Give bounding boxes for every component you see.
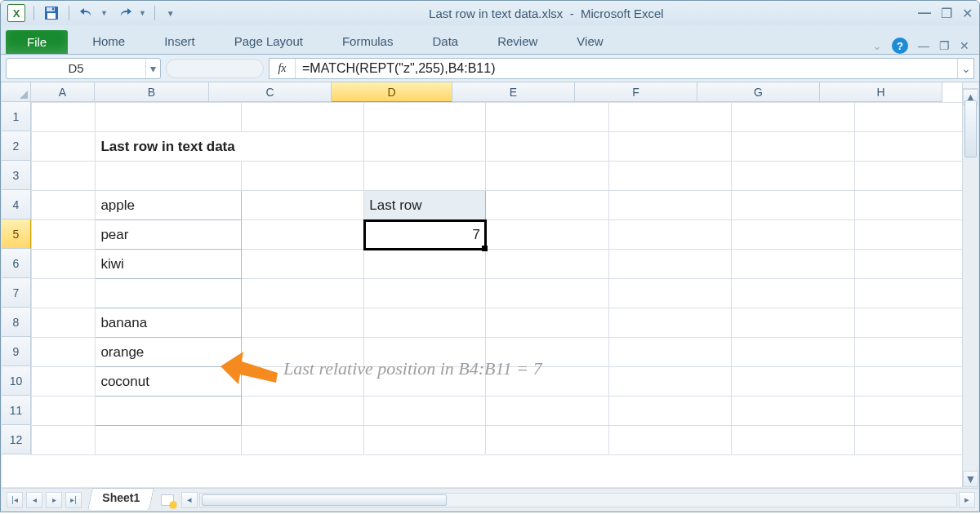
sheet-tab-active[interactable]: Sheet1: [87, 488, 154, 510]
cell-D5[interactable]: 7: [364, 220, 486, 250]
cell-E2[interactable]: [486, 132, 609, 162]
cell-G2[interactable]: [732, 132, 855, 162]
cell-E7[interactable]: [486, 279, 609, 308]
cell-D12[interactable]: [364, 426, 486, 455]
cell-H10[interactable]: [855, 367, 978, 397]
cell-D1[interactable]: [364, 103, 486, 132]
redo-icon[interactable]: [116, 4, 134, 22]
cell-D6[interactable]: [364, 250, 486, 279]
cell-C7[interactable]: [241, 279, 364, 308]
cell-F12[interactable]: [608, 426, 732, 455]
cell-B7[interactable]: [96, 279, 241, 308]
row-header-4[interactable]: 4: [2, 190, 31, 219]
column-header-G[interactable]: G: [697, 82, 820, 102]
cell-C6[interactable]: [241, 250, 364, 279]
horizontal-scrollbar[interactable]: ◂ ▸: [178, 489, 978, 511]
cell-D2[interactable]: [364, 132, 486, 162]
cell-C12[interactable]: [241, 426, 364, 455]
row-header-7[interactable]: 7: [2, 278, 31, 308]
cell-H11[interactable]: [855, 397, 978, 426]
new-sheet-button[interactable]: [157, 489, 178, 511]
horizontal-scroll-thumb[interactable]: [202, 494, 447, 506]
sheet-prev-icon[interactable]: ◂: [26, 492, 42, 508]
column-header-D[interactable]: D: [332, 82, 452, 102]
fx-icon[interactable]: fx: [270, 59, 296, 78]
formula-bar[interactable]: fx =MATCH(REPT("z",255),B4:B11) ⌄: [269, 58, 974, 79]
cell-E6[interactable]: [486, 250, 609, 279]
cell-C8[interactable]: [241, 308, 364, 338]
cell-H6[interactable]: [855, 250, 978, 279]
cell-A4[interactable]: [32, 191, 96, 220]
cell-E4[interactable]: [486, 191, 609, 220]
cell-F10[interactable]: [608, 367, 732, 397]
vertical-scroll-thumb[interactable]: [964, 100, 977, 157]
cell-H1[interactable]: [855, 103, 978, 132]
row-header-5[interactable]: 5: [2, 219, 31, 249]
ribbon-minimize-icon[interactable]: ⌄: [872, 39, 882, 52]
cell-D4[interactable]: Last row: [364, 191, 486, 220]
minimize-icon[interactable]: —: [918, 6, 931, 21]
cell-B2[interactable]: Last row in text data: [96, 132, 241, 162]
cell-A2[interactable]: [32, 132, 96, 162]
cell-F2[interactable]: [608, 132, 732, 162]
cell-B4[interactable]: apple: [96, 191, 241, 220]
tab-page-layout[interactable]: Page Layout: [215, 29, 323, 54]
cell-G1[interactable]: [732, 103, 855, 132]
tab-data[interactable]: Data: [412, 29, 478, 54]
cell-C1[interactable]: [241, 103, 364, 132]
row-header-3[interactable]: 3: [2, 161, 31, 190]
column-header-H[interactable]: H: [820, 82, 942, 102]
cell-H5[interactable]: [855, 220, 978, 250]
tab-home[interactable]: Home: [73, 29, 145, 54]
file-tab[interactable]: File: [6, 30, 68, 54]
cell-A10[interactable]: [32, 367, 96, 397]
cell-B3[interactable]: [96, 162, 241, 191]
cell-D8[interactable]: [364, 308, 486, 338]
name-box-value[interactable]: D5: [7, 61, 145, 75]
cell-E5[interactable]: [486, 220, 609, 250]
formula-input[interactable]: =MATCH(REPT("z",255),B4:B11): [296, 61, 957, 76]
redo-dropdown-icon[interactable]: ▼: [139, 9, 146, 17]
cell-F9[interactable]: [608, 338, 732, 367]
cell-B6[interactable]: kiwi: [96, 250, 241, 279]
cell-A6[interactable]: [32, 250, 96, 279]
cell-E8[interactable]: [486, 308, 609, 338]
cell-A11[interactable]: [32, 397, 96, 426]
cell-B12[interactable]: [96, 426, 241, 455]
name-box-dropdown-icon[interactable]: ▾: [145, 59, 160, 78]
scroll-left-icon[interactable]: ◂: [181, 492, 198, 508]
cell-A7[interactable]: [32, 279, 96, 308]
cell-G5[interactable]: [732, 220, 855, 250]
select-all-button[interactable]: [2, 82, 31, 102]
tab-view[interactable]: View: [557, 29, 622, 54]
row-header-1[interactable]: 1: [2, 102, 31, 131]
row-header-12[interactable]: 12: [2, 425, 31, 454]
cell-D7[interactable]: [364, 279, 486, 308]
cell-A3[interactable]: [32, 162, 96, 191]
column-header-E[interactable]: E: [452, 82, 575, 102]
cell-G9[interactable]: [732, 338, 855, 367]
cell-B11[interactable]: [96, 397, 241, 426]
scroll-down-icon[interactable]: ▼: [963, 471, 978, 487]
undo-dropdown-icon[interactable]: ▼: [100, 9, 108, 17]
cell-H12[interactable]: [855, 426, 978, 455]
cell-E11[interactable]: [486, 397, 609, 426]
cell-C11[interactable]: [241, 397, 364, 426]
cell-A1[interactable]: [32, 103, 96, 132]
cell-A12[interactable]: [32, 426, 96, 455]
cell-F11[interactable]: [608, 397, 732, 426]
cell-B10[interactable]: coconut: [96, 367, 241, 397]
cell-D11[interactable]: [364, 397, 486, 426]
cell-A9[interactable]: [32, 338, 96, 367]
name-box[interactable]: D5 ▾: [6, 58, 161, 79]
cell-F5[interactable]: [608, 220, 732, 250]
cell-B5[interactable]: pear: [96, 220, 241, 250]
cell-H3[interactable]: [855, 162, 978, 191]
horizontal-scroll-track[interactable]: [199, 493, 957, 507]
cell-D3[interactable]: [364, 162, 486, 191]
cell-H2[interactable]: [855, 132, 978, 162]
cell-G3[interactable]: [732, 162, 855, 191]
cell-G8[interactable]: [732, 308, 855, 338]
cell-B8[interactable]: banana: [96, 308, 241, 338]
qat-customize-icon[interactable]: ▼: [167, 9, 175, 18]
